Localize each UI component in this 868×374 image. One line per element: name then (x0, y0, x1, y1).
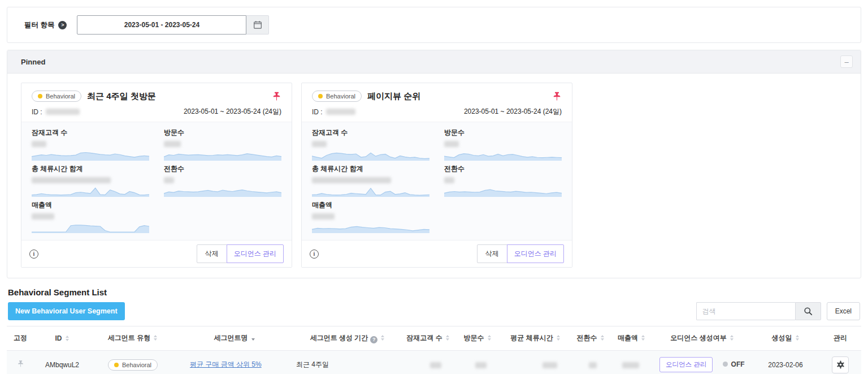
segment-id: AMbqwuL2 (34, 350, 90, 374)
audience-manage-button[interactable]: 오디언스 관리 (227, 244, 284, 263)
col-audience[interactable]: 오디언스 생성여부 (653, 326, 752, 351)
calendar-button[interactable] (246, 15, 269, 35)
status-dot-icon (723, 362, 728, 367)
id-label: ID : (32, 108, 42, 116)
redacted-value (312, 213, 335, 220)
metric-label: 총 체류시간 합계 (312, 164, 429, 174)
segment-name-link[interactable]: 평균 구매 금액 상위 5% (190, 360, 262, 368)
filter-label: 필터 항목 > (24, 20, 67, 30)
metric: 방문수 (164, 128, 281, 161)
col-id[interactable]: ID (34, 326, 90, 351)
sort-icon (641, 335, 645, 341)
pinned-section: Pinned – Behavioral 최근 4주일 첫방문 ID : (7, 50, 861, 278)
sparkline-chart (444, 147, 562, 161)
col-avg-time[interactable]: 평균 체류시간 (500, 326, 571, 351)
sort-icon (154, 335, 158, 341)
sparkline-chart (444, 183, 562, 197)
col-period[interactable]: 세그먼트 생성 기간? (294, 326, 401, 351)
card-id: ID : (32, 108, 80, 116)
chevron-right-icon[interactable]: > (58, 21, 67, 29)
sparkline-chart (312, 183, 429, 197)
id-label: ID : (312, 108, 323, 116)
sparkline-chart (164, 183, 281, 197)
redacted-value (32, 141, 46, 147)
metric-label: 잠재고객 수 (32, 128, 149, 137)
metric-label: 잠재고객 수 (312, 128, 429, 137)
sparkline-chart (164, 147, 281, 161)
new-segment-button[interactable]: New Behavioral User Segment (8, 302, 125, 320)
card-date-range: 2023-05-01 ~ 2023-05-24 (24일) (184, 107, 281, 117)
audience-manage-button[interactable]: 오디언스 관리 (659, 357, 713, 372)
pin-icon[interactable] (272, 91, 281, 102)
card-footer: i 삭제 오디언스 관리 (21, 240, 292, 267)
badge-label: Behavioral (46, 93, 75, 100)
info-icon[interactable]: i (310, 250, 319, 259)
settings-button[interactable] (832, 356, 849, 373)
col-type[interactable]: 세그먼트 유형 (90, 326, 175, 351)
redacted-value (164, 141, 181, 147)
sort-icon (730, 335, 734, 341)
excel-button[interactable]: Excel (827, 302, 860, 320)
metric-label: 방문수 (444, 128, 562, 137)
metric: 전환수 (444, 164, 562, 197)
metric-label: 매출액 (312, 200, 429, 210)
metric: 잠재고객 수 (312, 128, 429, 161)
delete-button[interactable]: 삭제 (197, 244, 227, 263)
redacted-value (589, 362, 597, 368)
sort-icon (557, 335, 561, 341)
col-revenue[interactable]: 매출액 (610, 326, 653, 351)
col-visits[interactable]: 방문수 (455, 326, 500, 351)
sort-icon (796, 335, 800, 341)
col-name[interactable]: 세그먼트명 (175, 326, 294, 351)
pinned-header: Pinned – (7, 50, 861, 74)
behavioral-badge: Behavioral (32, 91, 81, 102)
info-icon[interactable]: i (29, 250, 38, 259)
badge-dot-icon (318, 94, 323, 98)
col-created[interactable]: 생성일 (752, 326, 819, 351)
pinned-card: Behavioral 페이지뷰 순위 ID : 2023-05-01 ~ 202… (301, 83, 572, 268)
redacted-value (312, 141, 327, 147)
redacted-value (164, 177, 174, 183)
filter-section: 필터 항목 > (7, 7, 861, 43)
table-row: AMbqwuL2 Behavioral 평균 구매 금액 상위 5% 최근 4주… (7, 350, 861, 374)
col-conversions[interactable]: 전환수 (571, 326, 610, 351)
search-icon (804, 307, 813, 316)
sort-icon (488, 335, 492, 341)
redacted-value (312, 177, 391, 183)
help-icon[interactable]: ? (370, 336, 377, 343)
delete-button[interactable]: 삭제 (477, 244, 507, 263)
segment-table: 고정 ID 세그먼트 유형 세그먼트명 세그먼트 생성 기간? 잠재고객 수 방… (7, 326, 861, 374)
audience-status: OFF (723, 360, 745, 368)
date-range-input[interactable] (77, 15, 246, 35)
card-date-range: 2023-05-01 ~ 2023-05-24 (24일) (464, 107, 562, 117)
card-metrics: 잠재고객 수 방문수 총 체류시간 합계 전환수 (302, 122, 572, 240)
metric-label: 전환수 (164, 164, 281, 174)
metric: 매출액 (312, 200, 429, 233)
segment-period: 최근 4주일 (294, 350, 401, 374)
col-potential[interactable]: 잠재고객 수 (401, 326, 455, 351)
metric: 총 체류시간 합계 (32, 164, 149, 197)
behavioral-badge: Behavioral (312, 91, 362, 102)
created-date: 2023-02-06 (752, 350, 819, 374)
audience-manage-button[interactable]: 오디언스 관리 (507, 244, 564, 263)
collapse-button[interactable]: – (840, 55, 853, 68)
card-title: 최근 4주일 첫방문 (87, 91, 156, 102)
pinned-card: Behavioral 최근 4주일 첫방문 ID : 2023-05-01 ~ … (21, 83, 292, 268)
col-manage: 관리 (819, 326, 861, 351)
metric: 매출액 (32, 200, 149, 233)
behavioral-badge: Behavioral (108, 359, 158, 371)
search-button[interactable] (795, 302, 821, 320)
card-id: ID : (312, 108, 355, 116)
redacted-value (622, 362, 639, 368)
sparkline-chart (312, 220, 429, 233)
search-input[interactable] (696, 302, 795, 320)
pin-icon[interactable] (552, 91, 562, 102)
sparkline-chart (32, 220, 149, 233)
pin-icon[interactable] (17, 359, 24, 368)
segment-list-title: Behavioral Segment List (8, 287, 860, 297)
redacted-value (444, 141, 459, 147)
metric-label: 총 체류시간 합계 (32, 164, 149, 174)
redacted-value (32, 177, 111, 183)
pinned-body: Behavioral 최근 4주일 첫방문 ID : 2023-05-01 ~ … (7, 74, 861, 278)
metric-label: 매출액 (32, 200, 149, 210)
